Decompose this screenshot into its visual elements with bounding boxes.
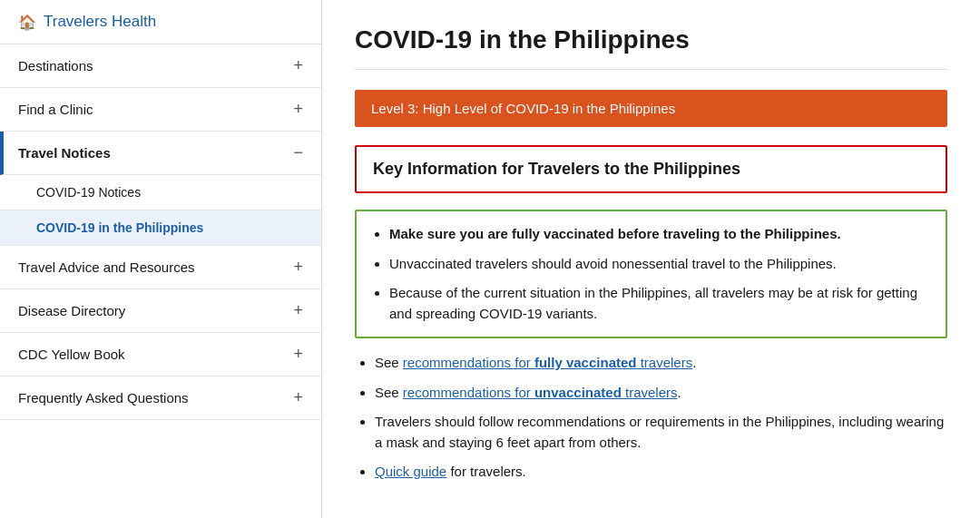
unvaccinated-link[interactable]: recommendations for unvaccinated travele… bbox=[403, 385, 678, 400]
sidebar-item-find-a-clinic[interactable]: Find a Clinic + bbox=[0, 88, 321, 132]
plus-icon: + bbox=[293, 388, 303, 407]
sidebar-item-cdc-yellow-book-label: CDC Yellow Book bbox=[18, 347, 125, 362]
sidebar-item-find-a-clinic-label: Find a Clinic bbox=[18, 102, 93, 117]
bullet-2: Unvaccinated travelers should avoid none… bbox=[389, 256, 837, 271]
quick-guide-suffix: for travelers. bbox=[446, 464, 526, 479]
bullet-see-vaccinated-prefix: See bbox=[375, 355, 403, 370]
sidebar-home-link[interactable]: 🏠 Travelers Health bbox=[0, 0, 321, 44]
plus-icon: + bbox=[293, 301, 303, 320]
green-info-box: Make sure you are fully vaccinated befor… bbox=[355, 210, 947, 338]
bullet-bold-1: Make sure you are fully vaccinated befor… bbox=[389, 226, 841, 241]
sidebar-item-faq[interactable]: Frequently Asked Questions + bbox=[0, 376, 321, 420]
sidebar-subitem-covid19-philippines-label: COVID-19 in the Philippines bbox=[36, 220, 203, 235]
page-title: COVID-19 in the Philippines bbox=[355, 25, 947, 70]
key-info-box: Key Information for Travelers to the Phi… bbox=[355, 145, 947, 193]
sidebar-subitem-covid19-notices[interactable]: COVID-19 Notices bbox=[0, 175, 321, 210]
plus-icon: + bbox=[293, 345, 303, 364]
sidebar-item-destinations[interactable]: Destinations + bbox=[0, 44, 321, 88]
plus-icon: + bbox=[293, 100, 303, 119]
list-item: Quick guide for travelers. bbox=[375, 462, 947, 483]
sidebar-item-travel-advice[interactable]: Travel Advice and Resources + bbox=[0, 246, 321, 289]
bullet-see-unvaccinated-prefix: See bbox=[375, 385, 403, 400]
list-item: See recommendations for unvaccinated tra… bbox=[375, 383, 947, 404]
fully-vaccinated-link[interactable]: recommendations for fully vaccinated tra… bbox=[403, 355, 692, 370]
key-info-title: Key Information for Travelers to the Phi… bbox=[373, 160, 929, 179]
bullet-follow-recommendations: Travelers should follow recommendations … bbox=[375, 414, 944, 450]
list-item: Because of the current situation in the … bbox=[389, 283, 929, 324]
home-icon: 🏠 bbox=[18, 14, 36, 31]
main-content: COVID-19 in the Philippines Level 3: Hig… bbox=[322, 0, 980, 518]
minus-icon: − bbox=[293, 143, 303, 162]
sidebar-item-travel-notices[interactable]: Travel Notices − bbox=[0, 132, 321, 175]
sidebar-item-travel-advice-label: Travel Advice and Resources bbox=[18, 259, 195, 275]
sidebar-item-travel-notices-label: Travel Notices bbox=[18, 145, 111, 161]
sidebar-item-disease-directory-label: Disease Directory bbox=[18, 303, 125, 318]
green-bullet-list: Make sure you are fully vaccinated befor… bbox=[369, 224, 929, 324]
alert-banner: Level 3: High Level of COVID-19 in the P… bbox=[355, 90, 947, 127]
sidebar-subitem-covid19-notices-label: COVID-19 Notices bbox=[36, 185, 141, 200]
sidebar-item-destinations-label: Destinations bbox=[18, 58, 93, 73]
sidebar-item-disease-directory[interactable]: Disease Directory + bbox=[0, 289, 321, 333]
plus-icon: + bbox=[293, 56, 303, 75]
sidebar-home-label: Travelers Health bbox=[44, 13, 156, 31]
sidebar: 🏠 Travelers Health Destinations + Find a… bbox=[0, 0, 322, 518]
list-item: Unvaccinated travelers should avoid none… bbox=[389, 254, 929, 275]
quick-guide-link[interactable]: Quick guide bbox=[375, 464, 446, 479]
sidebar-item-cdc-yellow-book[interactable]: CDC Yellow Book + bbox=[0, 333, 321, 376]
bullet-see-vaccinated-suffix: . bbox=[692, 355, 696, 370]
plus-icon: + bbox=[293, 258, 303, 277]
list-item: Travelers should follow recommendations … bbox=[375, 412, 947, 453]
outer-bullet-list: See recommendations for fully vaccinated… bbox=[355, 353, 947, 483]
list-item: Make sure you are fully vaccinated befor… bbox=[389, 224, 929, 245]
bullet-3: Because of the current situation in the … bbox=[389, 285, 917, 321]
sidebar-subitem-covid19-philippines[interactable]: COVID-19 in the Philippines bbox=[0, 210, 321, 246]
list-item: See recommendations for fully vaccinated… bbox=[375, 353, 947, 374]
bullet-see-unvaccinated-suffix: . bbox=[678, 385, 681, 400]
sidebar-item-faq-label: Frequently Asked Questions bbox=[18, 390, 189, 406]
